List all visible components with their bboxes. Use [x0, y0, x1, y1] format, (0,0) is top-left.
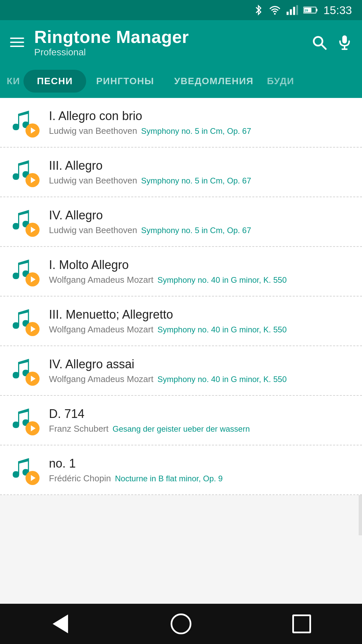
song-artist-6: Wolfgang Amadeus Mozart — [49, 374, 154, 384]
tab-item-partial-right[interactable]: БУДИ — [263, 76, 298, 87]
bottom-nav — [0, 604, 362, 644]
play-button-1[interactable] — [25, 123, 40, 138]
song-album-6: Symphony no. 40 in G minor, K. 550 — [158, 375, 287, 384]
play-button-8[interactable] — [25, 471, 40, 485]
recents-button[interactable] — [288, 610, 315, 637]
menu-icon[interactable] — [10, 38, 24, 47]
app-bar: Ringtone Manager Professional — [0, 20, 362, 64]
song-meta-8: Frédéric Chopin Nocturne in B flat minor… — [49, 473, 354, 484]
wifi-icon — [268, 5, 281, 15]
song-info-5: III. Menuetto; Allegretto Wolfgang Amade… — [49, 308, 354, 335]
app-title-block: Ringtone Manager Professional — [34, 27, 301, 58]
song-icon-wrapper — [9, 455, 40, 485]
svg-line-10 — [321, 45, 326, 49]
app-title: Ringtone Manager — [34, 27, 301, 47]
song-title-4: I. Molto Allegro — [49, 258, 354, 272]
song-info-2: III. Allegro Ludwig van Beethoven Sympho… — [49, 159, 354, 186]
song-title-1: I. Allegro con brio — [49, 109, 354, 123]
song-title-6: IV. Allegro assai — [49, 357, 354, 371]
song-icon-wrapper — [9, 256, 40, 286]
song-artist-1: Ludwig van Beethoven — [49, 126, 137, 136]
bluetooth-icon — [254, 4, 263, 16]
song-info-7: D. 714 Franz Schubert Gesang der geister… — [49, 407, 354, 434]
search-icon[interactable] — [311, 34, 327, 50]
tab-songs[interactable]: ПЕСНИ — [23, 70, 86, 93]
song-meta-5: Wolfgang Amadeus Mozart Symphony no. 40 … — [49, 324, 354, 335]
svg-rect-1 — [287, 12, 289, 15]
app-subtitle: Professional — [34, 47, 301, 58]
play-button-7[interactable] — [25, 421, 40, 435]
song-artist-2: Ludwig van Beethoven — [49, 175, 137, 186]
svg-rect-3 — [293, 7, 295, 15]
play-button-3[interactable] — [25, 223, 40, 237]
song-item-6[interactable]: IV. Allegro assai Wolfgang Amadeus Mozar… — [0, 346, 362, 396]
song-title-7: D. 714 — [49, 407, 354, 421]
tab-bar: КИ ПЕСНИ РИНГТОНЫ УВЕДОМЛЕНИЯ БУДИ — [0, 64, 362, 98]
song-title-2: III. Allegro — [49, 159, 354, 173]
svg-rect-2 — [290, 9, 292, 15]
song-artist-3: Ludwig van Beethoven — [49, 225, 137, 235]
tab-notifications[interactable]: УВЕДОМЛЕНИЯ — [164, 64, 264, 98]
song-item-5[interactable]: III. Menuetto; Allegretto Wolfgang Amade… — [0, 297, 362, 346]
signal-icon — [287, 5, 298, 15]
svg-point-0 — [274, 13, 276, 15]
play-button-5[interactable] — [25, 322, 40, 336]
status-bar: 29 15:33 — [0, 0, 362, 20]
song-album-3: Symphony no. 5 in Cm, Op. 67 — [141, 226, 251, 235]
mic-icon[interactable] — [337, 34, 352, 50]
song-album-4: Symphony no. 40 in G minor, K. 550 — [158, 275, 287, 285]
song-item-4[interactable]: I. Molto Allegro Wolfgang Amadeus Mozart… — [0, 247, 362, 297]
song-meta-7: Franz Schubert Gesang der geister ueber … — [49, 424, 354, 434]
svg-rect-11 — [342, 35, 347, 43]
song-title-5: III. Menuetto; Allegretto — [49, 308, 354, 322]
song-info-8: no. 1 Frédéric Chopin Nocturne in B flat… — [49, 457, 354, 484]
tab-item-partial-left[interactable]: КИ — [3, 76, 23, 87]
song-artist-7: Franz Schubert — [49, 424, 109, 434]
song-info-3: IV. Allegro Ludwig van Beethoven Symphon… — [49, 208, 354, 235]
song-icon-wrapper — [9, 405, 40, 435]
song-artist-5: Wolfgang Amadeus Mozart — [49, 324, 154, 335]
svg-rect-4 — [296, 5, 298, 15]
song-icon-wrapper — [9, 356, 40, 386]
status-icons: 29 15:33 — [254, 4, 352, 17]
song-item-2[interactable]: III. Allegro Ludwig van Beethoven Sympho… — [0, 148, 362, 197]
song-title-3: IV. Allegro — [49, 208, 354, 222]
song-info-1: I. Allegro con brio Ludwig van Beethoven… — [49, 109, 354, 136]
song-icon-wrapper — [9, 207, 40, 237]
app-bar-actions — [311, 34, 352, 50]
song-artist-4: Wolfgang Amadeus Mozart — [49, 275, 154, 285]
song-meta-2: Ludwig van Beethoven Symphony no. 5 in C… — [49, 175, 354, 186]
song-album-5: Symphony no. 40 in G minor, K. 550 — [158, 325, 287, 334]
song-album-8: Nocturne in B flat minor, Op. 9 — [115, 474, 223, 483]
home-button[interactable] — [168, 610, 194, 637]
song-album-2: Symphony no. 5 in Cm, Op. 67 — [141, 176, 251, 185]
song-meta-3: Ludwig van Beethoven Symphony no. 5 in C… — [49, 225, 354, 235]
song-item-3[interactable]: IV. Allegro Ludwig van Beethoven Symphon… — [0, 197, 362, 247]
play-button-2[interactable] — [25, 173, 40, 187]
song-artist-8: Frédéric Chopin — [49, 473, 111, 484]
song-info-6: IV. Allegro assai Wolfgang Amadeus Mozar… — [49, 357, 354, 384]
song-album-1: Symphony no. 5 in Cm, Op. 67 — [141, 126, 251, 136]
song-title-8: no. 1 — [49, 457, 354, 471]
song-meta-6: Wolfgang Amadeus Mozart Symphony no. 40 … — [49, 374, 354, 384]
song-meta-4: Wolfgang Amadeus Mozart Symphony no. 40 … — [49, 275, 354, 285]
song-item-1[interactable]: I. Allegro con brio Ludwig van Beethoven… — [0, 98, 362, 148]
song-icon-wrapper — [9, 107, 40, 138]
song-list: I. Allegro con brio Ludwig van Beethoven… — [0, 98, 362, 535]
song-item-8[interactable]: no. 1 Frédéric Chopin Nocturne in B flat… — [0, 445, 362, 495]
song-item-7[interactable]: D. 714 Franz Schubert Gesang der geister… — [0, 396, 362, 445]
back-button[interactable] — [47, 610, 74, 637]
song-meta-1: Ludwig van Beethoven Symphony no. 5 in C… — [49, 126, 354, 136]
song-icon-wrapper — [9, 306, 40, 336]
song-icon-wrapper — [9, 157, 40, 187]
battery-icon: 29 — [303, 5, 318, 15]
play-button-6[interactable] — [25, 372, 40, 386]
song-album-7: Gesang der geister ueber der wassern — [113, 424, 250, 434]
svg-rect-6 — [316, 9, 317, 11]
tab-ringtones[interactable]: РИНГТОНЫ — [86, 64, 164, 98]
play-button-4[interactable] — [25, 272, 40, 286]
status-time: 15:33 — [323, 4, 352, 17]
svg-text:29: 29 — [305, 9, 308, 12]
song-info-4: I. Molto Allegro Wolfgang Amadeus Mozart… — [49, 258, 354, 285]
